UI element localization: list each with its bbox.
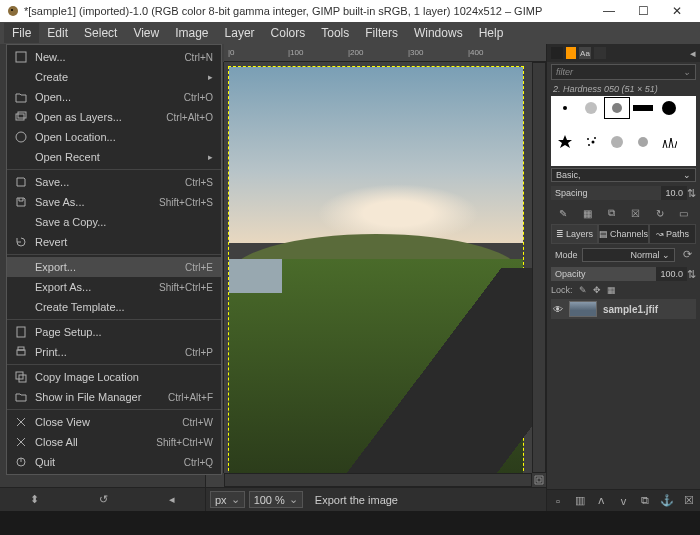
menu-select[interactable]: Select bbox=[76, 23, 125, 43]
unit-select[interactable]: px⌄ bbox=[210, 491, 245, 508]
brush-texture2-icon[interactable] bbox=[631, 132, 655, 152]
status-text: Export the image bbox=[307, 494, 542, 506]
chevron-updown-icon[interactable]: ⇅ bbox=[687, 268, 696, 281]
brush-dot-icon[interactable] bbox=[553, 98, 577, 118]
canvas-image bbox=[228, 66, 524, 473]
minimize-button[interactable]: — bbox=[592, 0, 626, 22]
close-button[interactable]: ✕ bbox=[660, 0, 694, 22]
tool-options-tab-icon[interactable] bbox=[551, 47, 563, 59]
canvas-area: |0|100|200|300|400 px⌄ bbox=[206, 44, 546, 511]
submenu-arrow-icon: ▸ bbox=[208, 152, 213, 162]
menu-image[interactable]: Image bbox=[167, 23, 216, 43]
brush-hard-icon[interactable] bbox=[605, 98, 629, 118]
raise-layer-icon[interactable]: ʌ bbox=[595, 494, 609, 508]
menu-item-close-all[interactable]: Close AllShift+Ctrl+W bbox=[7, 432, 221, 452]
menu-item-quit[interactable]: QuitCtrl+Q bbox=[7, 452, 221, 472]
menu-item-open[interactable]: Open...Ctrl+O bbox=[7, 87, 221, 107]
menu-item-open-as-layers[interactable]: Open as Layers...Ctrl+Alt+O bbox=[7, 107, 221, 127]
menu-item-print[interactable]: Print...Ctrl+P bbox=[7, 342, 221, 362]
scrollbar-horizontal[interactable] bbox=[224, 473, 532, 487]
menu-item-save[interactable]: Save...Ctrl+S bbox=[7, 172, 221, 192]
panel-menu-icon[interactable]: ◂ bbox=[690, 47, 696, 60]
mode-select[interactable]: Normal ⌄ bbox=[582, 248, 675, 262]
svg-rect-2 bbox=[16, 52, 26, 62]
refresh-brush-icon[interactable]: ↻ bbox=[653, 206, 667, 220]
menu-help[interactable]: Help bbox=[471, 23, 512, 43]
new-group-icon[interactable]: ▥ bbox=[573, 494, 587, 508]
menu-item-save-as[interactable]: Save As...Shift+Ctrl+S bbox=[7, 192, 221, 212]
brush-splat-icon[interactable] bbox=[579, 132, 603, 152]
edit-brush-icon[interactable]: ✎ bbox=[556, 206, 570, 220]
layer-name[interactable]: sample1.jfif bbox=[603, 304, 658, 315]
menu-windows[interactable]: Windows bbox=[406, 23, 471, 43]
opacity-slider[interactable]: Opacity bbox=[551, 267, 656, 281]
open-brush-icon[interactable]: ▭ bbox=[677, 206, 691, 220]
new-brush-icon[interactable]: ▦ bbox=[580, 206, 594, 220]
menu-item-save-a-copy[interactable]: Save a Copy... bbox=[7, 212, 221, 232]
lower-layer-icon[interactable]: v bbox=[616, 494, 630, 508]
tab-paths[interactable]: ↝Paths bbox=[649, 224, 696, 244]
tab-channels[interactable]: ▤Channels bbox=[598, 224, 649, 244]
anchor-layer-icon[interactable]: ⚓ bbox=[660, 494, 674, 508]
delete-layer-icon[interactable]: ☒ bbox=[682, 494, 696, 508]
menu-item-close-view[interactable]: Close ViewCtrl+W bbox=[7, 412, 221, 432]
brush-soft-icon[interactable] bbox=[579, 98, 603, 118]
chevron-updown-icon[interactable]: ⇅ bbox=[687, 187, 696, 200]
menubar: FileEditSelectViewImageLayerColorsToolsF… bbox=[0, 22, 700, 44]
brush-star-icon[interactable] bbox=[553, 132, 577, 152]
menu-item-revert[interactable]: Revert bbox=[7, 232, 221, 252]
arrow-left-icon[interactable]: ◂ bbox=[169, 493, 175, 506]
brush-circle-icon[interactable] bbox=[657, 98, 681, 118]
menu-view[interactable]: View bbox=[125, 23, 167, 43]
duplicate-layer-icon[interactable]: ⧉ bbox=[638, 494, 652, 508]
lock-pixels-icon[interactable]: ✎ bbox=[579, 285, 587, 295]
menu-tools[interactable]: Tools bbox=[313, 23, 357, 43]
menu-filters[interactable]: Filters bbox=[357, 23, 406, 43]
menu-item-export[interactable]: Export...Ctrl+E bbox=[7, 257, 221, 277]
menu-item-new[interactable]: New...Ctrl+N bbox=[7, 47, 221, 67]
opacity-value[interactable]: 100.0 bbox=[656, 267, 687, 281]
menu-layer[interactable]: Layer bbox=[217, 23, 263, 43]
brushes-tab-icon[interactable] bbox=[566, 47, 576, 59]
brush-line-icon[interactable] bbox=[631, 98, 655, 118]
lock-alpha-icon[interactable]: ▦ bbox=[607, 285, 616, 295]
menu-item-page-setup[interactable]: Page Setup... bbox=[7, 322, 221, 342]
brush-preset-select[interactable]: Basic,⌄ bbox=[551, 168, 696, 182]
canvas-footer: px⌄ 100 %⌄ Export the image bbox=[206, 487, 546, 511]
position-indicator-icon: ⬍ bbox=[30, 493, 39, 506]
menu-colors[interactable]: Colors bbox=[263, 23, 314, 43]
duplicate-brush-icon[interactable]: ⧉ bbox=[604, 206, 618, 220]
brush-grass-icon[interactable] bbox=[657, 132, 681, 152]
nav-preview-button[interactable] bbox=[532, 473, 546, 487]
new-layer-icon[interactable]: ▫ bbox=[551, 494, 565, 508]
visibility-eye-icon[interactable]: 👁 bbox=[553, 304, 563, 315]
ruler-horizontal[interactable]: |0|100|200|300|400 bbox=[224, 44, 546, 62]
dock-tabs[interactable]: Aa ◂ bbox=[547, 44, 700, 62]
menu-item-open-recent[interactable]: Open Recent▸ bbox=[7, 147, 221, 167]
menu-item-export-as[interactable]: Export As...Shift+Ctrl+E bbox=[7, 277, 221, 297]
zoom-select[interactable]: 100 %⌄ bbox=[249, 491, 303, 508]
menu-file[interactable]: File bbox=[4, 23, 39, 43]
menu-item-create[interactable]: Create▸ bbox=[7, 67, 221, 87]
brush-texture1-icon[interactable] bbox=[605, 132, 629, 152]
reset-icon[interactable]: ↺ bbox=[99, 493, 108, 506]
tab-layers[interactable]: ≣Layers bbox=[551, 224, 598, 244]
brush-filter-input[interactable]: filter⌄ bbox=[551, 64, 696, 80]
maximize-button[interactable]: ☐ bbox=[626, 0, 660, 22]
mode-reset-icon[interactable]: ⟳ bbox=[679, 246, 696, 263]
menu-item-open-location[interactable]: Open Location... bbox=[7, 127, 221, 147]
menu-edit[interactable]: Edit bbox=[39, 23, 76, 43]
menu-item-show-in-file-manager[interactable]: Show in File ManagerCtrl+Alt+F bbox=[7, 387, 221, 407]
scrollbar-vertical[interactable] bbox=[532, 62, 546, 473]
menu-item-copy-image-location[interactable]: Copy Image Location bbox=[7, 367, 221, 387]
image-canvas[interactable] bbox=[224, 62, 546, 473]
fonts-tab-icon[interactable]: Aa bbox=[579, 47, 591, 59]
brush-grid[interactable] bbox=[551, 96, 696, 166]
layer-row[interactable]: 👁 sample1.jfif bbox=[551, 299, 696, 319]
menu-item-create-template[interactable]: Create Template... bbox=[7, 297, 221, 317]
lock-position-icon[interactable]: ✥ bbox=[593, 285, 601, 295]
history-tab-icon[interactable] bbox=[594, 47, 606, 59]
spacing-value[interactable]: 10.0 bbox=[661, 186, 687, 200]
delete-brush-icon[interactable]: ☒ bbox=[629, 206, 643, 220]
svg-point-22 bbox=[638, 137, 648, 147]
